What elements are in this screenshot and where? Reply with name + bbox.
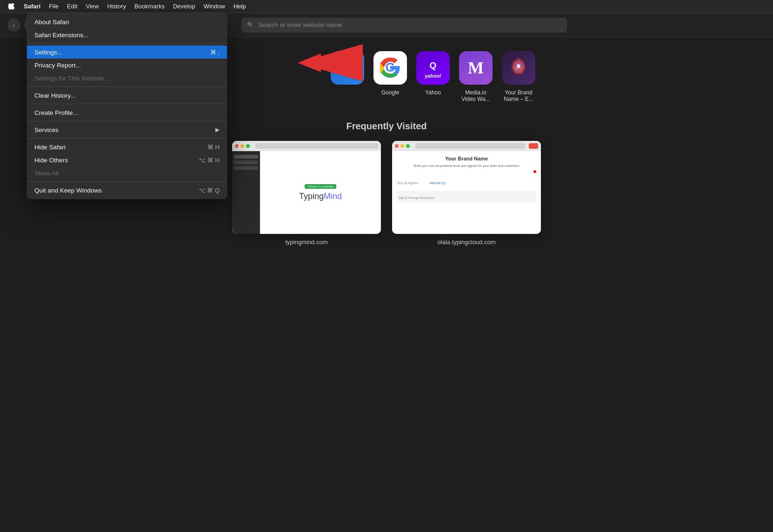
menu-services[interactable]: Services ▶ (27, 123, 227, 136)
bn-agent-item: Dall-E Prompt Generator (397, 191, 536, 203)
tm-sidebar-item2 (234, 160, 258, 164)
bn-view-link: View All (2) (429, 181, 446, 185)
svg-text:Q: Q (430, 60, 437, 70)
menu-hide-others[interactable]: Hide Others ⌥ ⌘ H (27, 153, 227, 166)
mediaio-icon: M (459, 51, 493, 85)
google-favicon-item[interactable]: G Google (373, 51, 407, 102)
tm-sidebar-item (234, 155, 258, 159)
tm-preview: Claude 3 is available TypingMind (232, 141, 381, 234)
edit-menu-item[interactable]: Edit (63, 0, 81, 13)
tm-sidebar-item3 (234, 166, 258, 170)
mediaio-label: Media.ioVideo Wa... (461, 89, 490, 102)
frequently-visited-title: Frequently Visited (346, 121, 426, 131)
bn-close-dot (395, 144, 399, 148)
apple-menu-item[interactable] (4, 0, 20, 13)
typingmind-thumbnail: Claude 3 is available TypingMind (232, 141, 381, 234)
menu-hide-safari[interactable]: Hide Safari ⌘ H (27, 140, 227, 153)
bn-your-ai-label: Your AI Agents (397, 181, 418, 185)
safari-menu-item[interactable]: Safari (20, 0, 45, 13)
yahoo-favicon-item[interactable]: Q yahoo! Yahoo (416, 51, 450, 102)
bn-agent-name: Dall-E Prompt Generator (399, 196, 434, 200)
tm-badge: Claude 3 is available (305, 184, 336, 189)
thumbnails-row: Claude 3 is available TypingMind typingm… (232, 141, 541, 246)
menu-separator-1 (27, 43, 227, 44)
bn-body: Your Brand Name Build your own AI-powere… (392, 151, 541, 234)
tm-content: Claude 3 is available TypingMind (232, 151, 381, 234)
bn-min-dot (400, 144, 404, 148)
help-menu-item[interactable]: Help (229, 0, 250, 13)
address-bar[interactable]: 🔍 Search or enter website name (241, 18, 567, 33)
bn-agents-section: Your AI Agents View All (2) (397, 178, 536, 186)
menubar: Safari File Edit View History Bookmarks … (0, 0, 773, 13)
view-menu-item[interactable]: View (82, 0, 103, 13)
brand-favicon-item[interactable]: Your BrandName – E... (502, 51, 535, 102)
tm-max-dot (246, 144, 250, 148)
menu-safari-extensions[interactable]: Safari Extensions... (27, 28, 227, 41)
svg-text:G: G (386, 60, 395, 74)
window-menu-item[interactable]: Window (200, 0, 229, 13)
menu-separator-2 (27, 86, 227, 87)
menu-separator-5 (27, 138, 227, 139)
hide-safari-shortcut: ⌘ H (207, 144, 220, 151)
bn-subtitle: Build your own AI-powered tools and agen… (397, 164, 536, 167)
tm-main-body: Claude 3 is available TypingMind (260, 151, 381, 234)
bn-dot-row (397, 170, 536, 173)
menu-clear-history[interactable]: Clear History... (27, 89, 227, 102)
tm-toolbar (232, 141, 381, 151)
file-menu-item[interactable]: File (45, 0, 63, 13)
tm-addressbar (255, 143, 378, 149)
bn-preview: Your Brand Name Build your own AI-powere… (392, 141, 541, 234)
tm-min-dot (240, 144, 244, 148)
olala-thumbnail: Your Brand Name Build your own AI-powere… (392, 141, 541, 234)
search-icon: 🔍 (247, 21, 254, 28)
olala-thumbnail-item[interactable]: Your Brand Name Build your own AI-powere… (392, 141, 541, 246)
typingmind-thumbnail-item[interactable]: Claude 3 is available TypingMind typingm… (232, 141, 381, 246)
back-button[interactable]: ‹ (7, 19, 20, 32)
brand-icon (502, 51, 535, 85)
menu-website-settings: Settings for This Website... (27, 72, 227, 85)
typingmind-label: typingmind.com (285, 239, 327, 246)
frequently-visited-header: Frequently Visited (346, 121, 426, 132)
bn-addressbar (415, 143, 525, 149)
blue-favicon-item[interactable] (331, 51, 364, 85)
tm-close-dot (235, 144, 239, 148)
settings-shortcut: ⌘ , (210, 49, 220, 56)
address-placeholder: Search or enter website name (258, 21, 342, 28)
menu-show-all: Show All (27, 166, 227, 180)
bn-title: Your Brand Name (397, 156, 536, 161)
yahoo-label: Yahoo (425, 89, 441, 96)
tm-sidebar (232, 151, 260, 234)
bn-buy-button (529, 143, 538, 149)
google-icon: G (373, 51, 407, 85)
olala-label: olala.typingcloud.com (437, 239, 495, 246)
hide-others-shortcut: ⌥ ⌘ H (199, 157, 220, 164)
brand-label: Your BrandName – E... (504, 89, 533, 102)
menu-separator-3 (27, 104, 227, 104)
history-menu-item[interactable]: History (103, 0, 130, 13)
mediaio-favicon-item[interactable]: M Media.ioVideo Wa... (459, 51, 493, 102)
menu-separator-6 (27, 181, 227, 182)
tm-logo: TypingMind (299, 192, 342, 201)
google-label: Google (381, 89, 400, 96)
menu-privacy-report[interactable]: Privacy Report... (27, 59, 227, 72)
safari-dropdown-menu: About Safari Safari Extensions... Settin… (27, 13, 227, 199)
quit-shortcut: ⌥ ⌘ Q (199, 187, 220, 194)
menu-settings[interactable]: Settings... ⌘ , (27, 46, 227, 59)
menu-separator-4 (27, 121, 227, 121)
menu-create-profile[interactable]: Create Profile... (27, 106, 227, 119)
menu-quit[interactable]: Quit and Keep Windows ⌥ ⌘ Q (27, 184, 227, 197)
develop-menu-item[interactable]: Develop (169, 0, 200, 13)
services-arrow-icon: ▶ (215, 126, 220, 133)
bn-max-dot (406, 144, 410, 148)
bookmarks-menu-item[interactable]: Bookmarks (130, 0, 169, 13)
bn-toolbar (392, 141, 541, 151)
favorites-row: G Google Q yahoo! Yahoo M (331, 51, 535, 102)
menu-about-safari[interactable]: About Safari (27, 15, 227, 28)
bn-red-dot (533, 170, 536, 173)
yahoo-icon: Q yahoo! (416, 51, 450, 85)
